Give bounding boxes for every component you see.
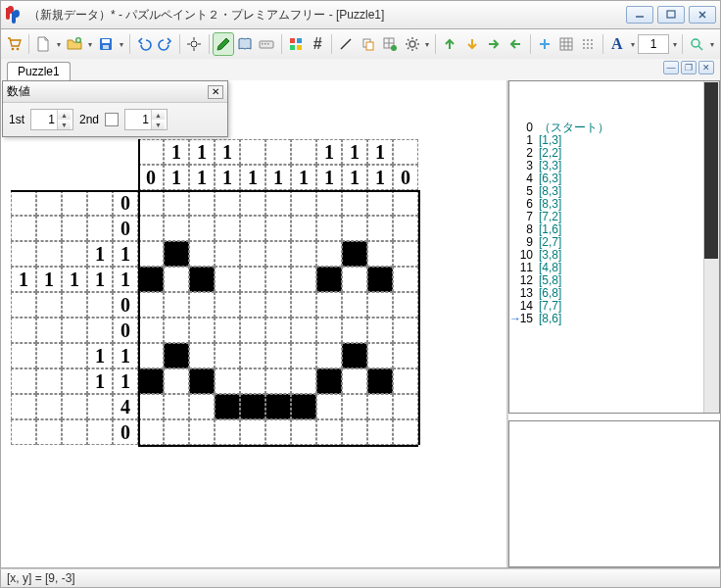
svg-rect-21 bbox=[366, 42, 373, 50]
second-label: 2nd bbox=[79, 113, 99, 126]
cart-icon[interactable] bbox=[5, 33, 24, 55]
copy-icon[interactable] bbox=[359, 33, 378, 55]
arrow-up-icon[interactable] bbox=[440, 33, 459, 55]
main-area: 1111110111111111000111111100111140 0（スター… bbox=[0, 80, 721, 568]
svg-line-36 bbox=[698, 46, 702, 50]
keyboard-icon[interactable] bbox=[257, 33, 276, 55]
panel-title: 数値 bbox=[7, 83, 208, 100]
scrollbar-thumb[interactable] bbox=[704, 82, 718, 259]
svg-point-33 bbox=[587, 47, 589, 49]
svg-point-5 bbox=[17, 48, 20, 51]
svg-point-34 bbox=[591, 47, 593, 49]
dots-grid-icon[interactable] bbox=[578, 33, 598, 55]
svg-rect-17 bbox=[290, 45, 295, 50]
close-button[interactable] bbox=[689, 6, 716, 24]
line-icon[interactable] bbox=[336, 33, 356, 55]
pencil-icon[interactable] bbox=[214, 33, 233, 55]
open-file-icon[interactable] bbox=[65, 33, 84, 55]
svg-point-31 bbox=[591, 43, 593, 45]
status-bar: [x, y] = [9, -3] bbox=[0, 568, 721, 588]
svg-rect-13 bbox=[264, 43, 266, 45]
spin-up-icon[interactable]: ▲ bbox=[152, 110, 165, 120]
status-coords: [x, y] = [9, -3] bbox=[7, 571, 75, 585]
svg-rect-16 bbox=[297, 38, 302, 43]
numeric-panel[interactable]: 数値 ✕ 1st ▲▼ 2nd ▲▼ bbox=[2, 80, 228, 137]
second-input[interactable]: ▲▼ bbox=[124, 109, 168, 130]
svg-point-29 bbox=[583, 43, 585, 45]
svg-point-28 bbox=[591, 39, 593, 41]
doc-close-button[interactable]: ✕ bbox=[698, 61, 714, 74]
svg-point-32 bbox=[583, 47, 585, 49]
svg-rect-1 bbox=[667, 11, 675, 18]
svg-rect-9 bbox=[103, 45, 109, 49]
panel-close-button[interactable]: ✕ bbox=[208, 85, 223, 99]
doc-minimize-button[interactable]: — bbox=[663, 61, 679, 74]
text-dropdown[interactable]: ▾ bbox=[629, 40, 636, 49]
svg-point-35 bbox=[692, 39, 699, 47]
grid-edit-icon[interactable] bbox=[380, 33, 400, 55]
title-bar: （新規データ）* - パズルペイント２・プレミアムフリー - [Puzzle1] bbox=[0, 0, 721, 29]
steps-list[interactable]: 0（スタート）1[1,3]2[2,2]3[3,3]4[6,3]5[8,3]6[8… bbox=[508, 80, 720, 414]
spin-up-icon[interactable]: ▲ bbox=[58, 110, 71, 120]
arrow-down-icon[interactable] bbox=[461, 33, 481, 55]
first-label: 1st bbox=[9, 113, 24, 126]
tab-bar: Puzzle1 — ❐ ✕ bbox=[0, 59, 721, 80]
svg-point-30 bbox=[587, 43, 589, 45]
new-file-dropdown[interactable]: ▾ bbox=[56, 40, 63, 49]
svg-point-10 bbox=[191, 41, 197, 47]
maximize-button[interactable] bbox=[657, 6, 685, 24]
app-logo-icon bbox=[5, 6, 23, 24]
palette-icon[interactable] bbox=[286, 33, 306, 55]
svg-rect-8 bbox=[102, 39, 110, 43]
panel-titlebar[interactable]: 数値 ✕ bbox=[3, 81, 227, 103]
first-input[interactable]: ▲▼ bbox=[30, 109, 73, 130]
save-dropdown[interactable]: ▾ bbox=[118, 40, 124, 49]
spinner-dropdown[interactable]: ▾ bbox=[671, 40, 678, 49]
hash-icon[interactable]: # bbox=[308, 33, 327, 55]
spin-down-icon[interactable]: ▼ bbox=[152, 120, 165, 129]
second-checkbox[interactable] bbox=[105, 113, 119, 126]
zoom-dropdown[interactable]: ▾ bbox=[709, 40, 716, 49]
book-icon[interactable] bbox=[235, 33, 255, 55]
grid-icon[interactable] bbox=[556, 33, 576, 55]
svg-rect-25 bbox=[560, 38, 572, 50]
gear-dropdown[interactable]: ▾ bbox=[424, 40, 431, 49]
number-spinner[interactable]: 1 bbox=[638, 34, 669, 54]
redo-icon[interactable] bbox=[156, 33, 175, 55]
svg-rect-14 bbox=[267, 43, 269, 45]
target-icon[interactable] bbox=[184, 33, 204, 55]
arrow-right-icon[interactable] bbox=[484, 33, 504, 55]
window-title: （新規データ）* - パズルペイント２・プレミアムフリー - [Puzzle1] bbox=[28, 7, 626, 24]
text-icon[interactable]: A bbox=[607, 33, 627, 55]
svg-point-24 bbox=[409, 41, 415, 47]
toolbar: ▾ ▾ ▾ # ▾ A ▾ 1 ▾ ▾ bbox=[0, 29, 721, 59]
save-icon[interactable] bbox=[96, 33, 116, 55]
svg-rect-15 bbox=[290, 38, 295, 43]
steps-scrollbar[interactable] bbox=[703, 81, 719, 413]
plus-icon[interactable] bbox=[535, 33, 554, 55]
svg-rect-12 bbox=[262, 43, 264, 45]
svg-point-23 bbox=[391, 45, 397, 51]
svg-line-19 bbox=[341, 39, 351, 49]
undo-icon[interactable] bbox=[134, 33, 154, 55]
svg-point-4 bbox=[12, 48, 15, 51]
puzzle-canvas[interactable]: 1111110111111111000111111100111140 bbox=[1, 80, 505, 567]
zoom-icon[interactable] bbox=[687, 33, 706, 55]
minimize-button[interactable] bbox=[626, 6, 653, 24]
svg-point-26 bbox=[583, 39, 585, 41]
svg-rect-18 bbox=[297, 45, 302, 50]
document-tab[interactable]: Puzzle1 bbox=[7, 62, 71, 80]
new-file-icon[interactable] bbox=[33, 33, 53, 55]
spin-down-icon[interactable]: ▼ bbox=[58, 120, 71, 129]
right-pane: 0（スタート）1[1,3]2[2,2]3[3,3]4[6,3]5[8,3]6[8… bbox=[506, 80, 720, 567]
svg-point-27 bbox=[587, 39, 589, 41]
arrow-left-icon[interactable] bbox=[505, 33, 525, 55]
preview-pane bbox=[508, 420, 720, 567]
open-file-dropdown[interactable]: ▾ bbox=[86, 40, 93, 49]
doc-restore-button[interactable]: ❐ bbox=[681, 61, 697, 74]
gear-icon[interactable] bbox=[402, 33, 421, 55]
